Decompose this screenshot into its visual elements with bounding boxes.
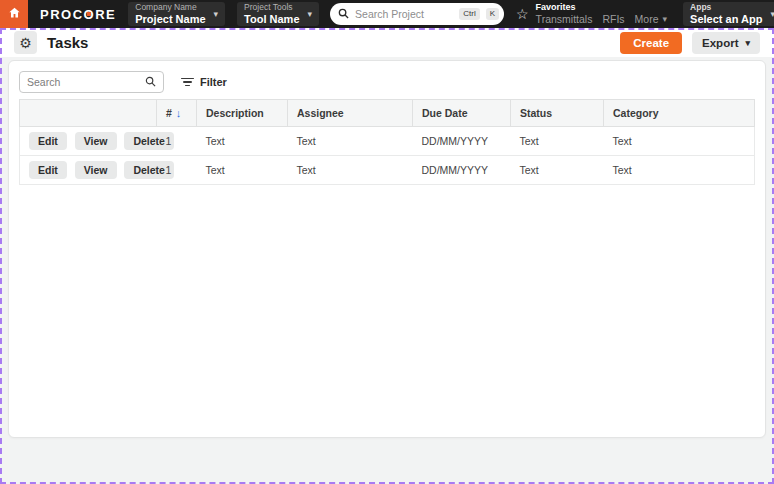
gear-icon: ⚙ [19, 36, 32, 50]
page-title: Tasks [47, 34, 88, 51]
table-row: Edit View Delete 1 Text Text DD/MM/YYYY … [20, 156, 755, 185]
row-category-cell: Text [604, 127, 755, 156]
column-header-number[interactable]: #↓ [157, 100, 197, 127]
row-actions-cell: Edit View Delete [20, 156, 157, 185]
tool-name-value: Tool Name [244, 13, 299, 26]
row-due-date-cell: DD/MM/YYYY [413, 127, 511, 156]
home-button[interactable] [0, 0, 28, 28]
logo-text: PROC [40, 7, 84, 22]
filter-button[interactable]: Filter [176, 73, 232, 91]
tasks-table: #↓ Description Assignee Due Date Status … [19, 99, 755, 185]
project-tools-dropdown[interactable]: Project Tools Tool Name ▾ [237, 2, 319, 26]
favorites-block: Favorites Transmittals RFIs More ▾ [536, 2, 667, 25]
kbd-ctrl: Ctrl [459, 8, 479, 20]
column-header-status[interactable]: Status [511, 100, 604, 127]
row-actions-cell: Edit View Delete [20, 127, 157, 156]
favorite-transmittals[interactable]: Transmittals [536, 13, 593, 26]
select-an-app-value: Select an App [690, 13, 762, 26]
chevron-down-icon: ▾ [308, 9, 313, 19]
edit-button[interactable]: Edit [29, 161, 67, 179]
edit-button[interactable]: Edit [29, 132, 67, 150]
tasks-card: Filter #↓ Description Assignee Due Date … [8, 60, 766, 438]
apps-label: Apps [690, 3, 762, 13]
top-navbar: PROCORE Company Name Project Name ▾ Proj… [0, 0, 774, 28]
column-header-due-date[interactable]: Due Date [413, 100, 511, 127]
table-toolbar: Filter [19, 71, 755, 93]
tool-settings-button[interactable]: ⚙ [14, 31, 37, 54]
row-due-date-cell: DD/MM/YYYY [413, 156, 511, 185]
table-search[interactable] [19, 71, 164, 93]
create-button[interactable]: Create [620, 32, 682, 54]
column-header-assignee[interactable]: Assignee [288, 100, 413, 127]
sort-desc-icon: ↓ [176, 107, 182, 119]
more-label: More [635, 13, 659, 26]
row-status-cell: Text [511, 156, 604, 185]
view-button[interactable]: View [75, 161, 117, 179]
favorites-more-menu[interactable]: More ▾ [635, 13, 667, 26]
table-search-input[interactable] [27, 76, 140, 88]
row-description-cell: Text [197, 156, 288, 185]
logo-o-mark: O [84, 7, 96, 22]
favorites-star-icon: ☆ [516, 6, 529, 22]
global-search[interactable]: Ctrl K [330, 3, 504, 25]
row-description-cell: Text [197, 127, 288, 156]
row-assignee-cell: Text [288, 156, 413, 185]
kbd-k: K [486, 8, 499, 20]
column-header-category[interactable]: Category [604, 100, 755, 127]
global-search-input[interactable] [355, 8, 453, 20]
row-assignee-cell: Text [288, 127, 413, 156]
apps-dropdown[interactable]: Apps Select an App ▾ [683, 2, 774, 26]
search-icon [338, 5, 349, 23]
company-project-dropdown[interactable]: Company Name Project Name ▾ [128, 2, 225, 26]
chevron-down-icon: ▾ [770, 9, 774, 19]
home-icon [8, 5, 21, 23]
export-button[interactable]: Export ▾ [692, 32, 760, 54]
logo-text: RE [95, 7, 116, 22]
row-status-cell: Text [511, 127, 604, 156]
search-icon [145, 73, 156, 91]
column-header-actions [20, 100, 157, 127]
export-label: Export [702, 37, 738, 49]
chevron-down-icon: ▾ [663, 14, 668, 25]
procore-logo[interactable]: PROCORE [40, 7, 116, 22]
favorites-label: Favorites [536, 2, 667, 13]
page-header-bar: ⚙ Tasks Create Export ▾ [0, 28, 774, 57]
chevron-down-icon: ▾ [214, 9, 219, 19]
favorite-rfis[interactable]: RFIs [602, 13, 624, 26]
row-category-cell: Text [604, 156, 755, 185]
column-header-description[interactable]: Description [197, 100, 288, 127]
content-area: Filter #↓ Description Assignee Due Date … [0, 57, 774, 438]
project-name-value: Project Name [135, 13, 205, 26]
table-header-row: #↓ Description Assignee Due Date Status … [20, 100, 755, 127]
company-name-label: Company Name [135, 3, 205, 13]
filter-label: Filter [200, 76, 227, 88]
chevron-down-icon: ▾ [745, 38, 750, 48]
project-tools-label: Project Tools [244, 3, 299, 13]
filter-icon [181, 78, 194, 87]
table-row: Edit View Delete 1 Text Text DD/MM/YYYY … [20, 127, 755, 156]
view-button[interactable]: View [75, 132, 117, 150]
